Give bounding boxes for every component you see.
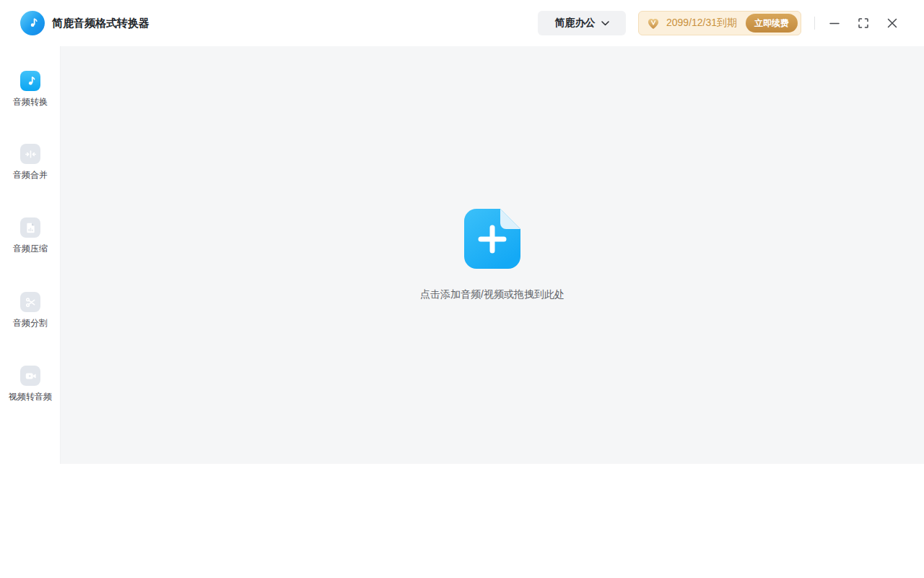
maximize-button[interactable] — [851, 11, 876, 35]
sidebar-item-label: 音频压缩 — [0, 243, 61, 255]
window-controls-divider — [814, 17, 815, 30]
compress-icon — [20, 217, 40, 238]
suite-menu-label: 简鹿办公 — [555, 17, 596, 30]
vip-status-pill: 2099/12/31到期 立即续费 — [638, 11, 801, 35]
sidebar-item-audio-compress[interactable]: 音频压缩 — [0, 217, 61, 255]
sidebar-item-audio-merge[interactable]: 音频合并 — [0, 144, 61, 181]
chevron-down-icon — [601, 21, 609, 26]
suite-menu-button[interactable]: 简鹿办公 — [538, 11, 626, 35]
sidebar-item-label: 视频转音频 — [0, 391, 61, 403]
app-logo-icon — [20, 11, 45, 35]
fullscreen-icon — [858, 18, 868, 28]
sidebar-item-audio-split[interactable]: 音频分割 — [0, 292, 61, 329]
music-note-icon — [20, 71, 40, 91]
title-bar: 简鹿音频格式转换器 简鹿办公 2099/12/31到期 立即续费 — [0, 0, 924, 46]
video-camera-icon — [20, 366, 40, 386]
renew-button[interactable]: 立即续费 — [746, 14, 798, 33]
close-button[interactable] — [880, 11, 905, 35]
scissors-icon — [20, 292, 40, 312]
sidebar-item-video-to-audio[interactable]: 视频转音频 — [0, 366, 61, 403]
close-icon — [887, 18, 897, 28]
drop-hint-text: 点击添加音频/视频或拖拽到此处 — [61, 288, 924, 301]
merge-icon — [20, 144, 40, 164]
sidebar-item-audio-convert[interactable]: 音频转换 — [0, 71, 61, 108]
minimize-button[interactable] — [822, 11, 847, 35]
sidebar-item-label: 音频合并 — [0, 169, 61, 181]
vip-badge-icon — [646, 16, 661, 30]
sidebar-item-label: 音频分割 — [0, 317, 61, 329]
vip-expiry-text: 2099/12/31到期 — [666, 17, 737, 30]
sidebar-item-label: 音频转换 — [0, 96, 61, 108]
bottom-panel: 添加文件 添加文件夹 删除选中 格式 MP3 采样率 与源音频一致 音量 质量 … — [0, 464, 924, 578]
minimize-icon — [829, 18, 840, 28]
file-drop-area[interactable]: 点击添加音频/视频或拖拽到此处 — [61, 46, 924, 464]
app-title: 简鹿音频格式转换器 — [52, 0, 149, 46]
add-file-icon[interactable] — [463, 208, 521, 269]
